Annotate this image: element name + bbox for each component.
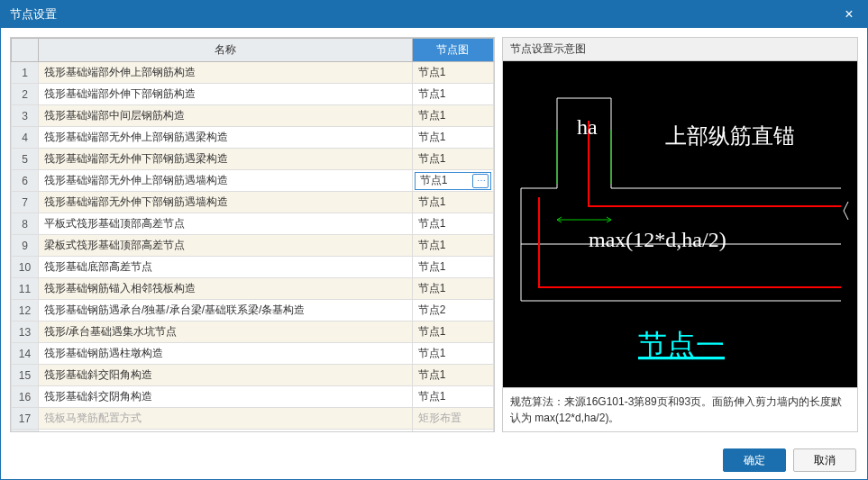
cell-name[interactable]: 筏板拉筋配置方式: [39, 430, 413, 433]
row-number: 9: [12, 235, 39, 257]
table-row[interactable]: 8平板式筏形基础顶部高差节点节点1: [12, 213, 494, 235]
dialog-footer: 确定 取消: [1, 441, 867, 479]
row-number: 6: [12, 170, 39, 192]
diagram-canvas: ha 上部纵筋直锚 max(12*d,ha/2) 节点一: [503, 61, 857, 387]
cell-name[interactable]: 平板式筏形基础顶部高差节点: [39, 213, 413, 235]
more-icon[interactable]: ⋯: [472, 174, 489, 188]
cell-name[interactable]: 筏形基础底部高差节点: [39, 257, 413, 278]
cell-editor-value: 节点1: [417, 173, 472, 188]
table-row[interactable]: 3筏形基础端部中间层钢筋构造节点1: [12, 105, 494, 127]
header-node[interactable]: 节点图: [412, 39, 493, 62]
diagram-label-formula: max(12*d,ha/2): [589, 228, 726, 251]
diagram-label-top: 上部纵筋直锚: [665, 124, 795, 148]
table-row[interactable]: 4筏形基础端部无外伸上部钢筋遇梁构造节点1: [12, 127, 494, 149]
row-number: 4: [12, 127, 39, 149]
table-row[interactable]: 5筏形基础端部无外伸下部钢筋遇梁构造节点1: [12, 149, 494, 170]
row-number: 12: [12, 300, 39, 322]
cell-name[interactable]: 筏板马凳筋配置方式: [39, 408, 413, 430]
header-name: 名称: [39, 39, 413, 62]
content-area: 名称 节点图 1筏形基础端部外伸上部钢筋构造节点12筏形基础端部外伸下部钢筋构造…: [1, 28, 867, 441]
table-row[interactable]: 1筏形基础端部外伸上部钢筋构造节点1: [12, 62, 494, 84]
diagram-label-title: 节点一: [638, 329, 725, 361]
table-row[interactable]: 6筏形基础端部无外伸上部钢筋遇墙构造节点1⋯: [12, 170, 494, 192]
cell-node[interactable]: 节点1: [412, 149, 493, 170]
grid-header-row: 名称 节点图: [12, 39, 494, 62]
cell-name[interactable]: 筏形基础端部无外伸上部钢筋遇墙构造: [39, 170, 413, 192]
row-number: 14: [12, 343, 39, 365]
cell-node[interactable]: 节点1: [412, 84, 493, 105]
row-number: 5: [12, 149, 39, 170]
cell-node[interactable]: 节点1: [412, 365, 493, 386]
cell-node[interactable]: 节点1: [412, 322, 493, 343]
cell-name[interactable]: 筏形基础斜交阳角构造: [39, 365, 413, 386]
cell-node[interactable]: 节点1: [412, 213, 493, 235]
cell-name[interactable]: 筏形基础端部无外伸上部钢筋遇梁构造: [39, 127, 413, 149]
table-row[interactable]: 18筏板拉筋配置方式矩形布置: [12, 430, 494, 433]
cell-node[interactable]: 节点1: [412, 257, 493, 278]
row-number: 11: [12, 278, 39, 300]
preview-panel: 节点设置示意图: [502, 37, 858, 432]
table-row[interactable]: 7筏形基础端部无外伸下部钢筋遇墙构造节点1: [12, 192, 494, 213]
row-number: 7: [12, 192, 39, 213]
cell-name[interactable]: 筏形基础端部中间层钢筋构造: [39, 105, 413, 127]
cell-node[interactable]: 节点1: [412, 278, 493, 300]
titlebar: 节点设置 ×: [1, 1, 867, 28]
cell-name[interactable]: 筏形基础端部无外伸下部钢筋遇梁构造: [39, 149, 413, 170]
ok-button[interactable]: 确定: [723, 448, 786, 472]
row-number: 18: [12, 430, 39, 433]
cell-node[interactable]: 节点1: [412, 192, 493, 213]
row-number: 17: [12, 408, 39, 430]
dialog: 节点设置 × 名称 节点图 1筏形基础端部外伸上部钢筋构造节点12筏形基础端部外…: [0, 0, 868, 480]
cell-node[interactable]: 节点1: [412, 343, 493, 365]
row-number: 8: [12, 213, 39, 235]
cell-editor[interactable]: 节点1⋯: [415, 172, 491, 190]
row-number: 16: [12, 386, 39, 408]
cell-node[interactable]: 节点1: [412, 105, 493, 127]
cell-name[interactable]: 筏形基础斜交阴角构造: [39, 386, 413, 408]
cell-name[interactable]: 筏形基础端部外伸下部钢筋构造: [39, 84, 413, 105]
table-row[interactable]: 9梁板式筏形基础顶部高差节点节点1: [12, 235, 494, 257]
cell-name[interactable]: 筏形基础钢筋遇柱墩构造: [39, 343, 413, 365]
cell-node[interactable]: 矩形布置: [412, 408, 493, 430]
cell-node[interactable]: 节点1: [412, 386, 493, 408]
table-row[interactable]: 11筏形基础钢筋锚入相邻筏板构造节点1: [12, 278, 494, 300]
cell-name[interactable]: 筏形/承台基础遇集水坑节点: [39, 322, 413, 343]
header-rownum: [12, 39, 39, 62]
table-row[interactable]: 10筏形基础底部高差节点节点1: [12, 257, 494, 278]
cell-node[interactable]: 节点1: [412, 62, 493, 84]
cell-name[interactable]: 筏形基础端部无外伸下部钢筋遇墙构造: [39, 192, 413, 213]
cell-name[interactable]: 筏形基础钢筋锚入相邻筏板构造: [39, 278, 413, 300]
row-number: 10: [12, 257, 39, 278]
cell-node[interactable]: 节点1⋯: [412, 170, 493, 192]
row-number: 2: [12, 84, 39, 105]
diagram-label-ha: ha: [577, 115, 598, 139]
preview-header: 节点设置示意图: [503, 38, 857, 61]
table-row[interactable]: 12筏形基础钢筋遇承台/独基/承台梁/基础联系梁/条基构造节点2: [12, 300, 494, 322]
cell-node[interactable]: 节点1: [412, 235, 493, 257]
table-row[interactable]: 15筏形基础斜交阳角构造节点1: [12, 365, 494, 386]
grid-panel: 名称 节点图 1筏形基础端部外伸上部钢筋构造节点12筏形基础端部外伸下部钢筋构造…: [10, 37, 495, 432]
table-row[interactable]: 14筏形基础钢筋遇柱墩构造节点1: [12, 343, 494, 365]
table-row[interactable]: 2筏形基础端部外伸下部钢筋构造节点1: [12, 84, 494, 105]
cell-node[interactable]: 矩形布置: [412, 430, 493, 433]
table-row[interactable]: 16筏形基础斜交阴角构造节点1: [12, 386, 494, 408]
diagram-description: 规范算法：来源16G101-3第89页和93页。面筋伸入剪力墙内的长度默认为 m…: [503, 387, 857, 431]
diagram-svg: ha 上部纵筋直锚 max(12*d,ha/2) 节点一: [503, 61, 857, 387]
cell-node[interactable]: 节点2: [412, 300, 493, 322]
cell-name[interactable]: 筏形基础端部外伸上部钢筋构造: [39, 62, 413, 84]
table-row[interactable]: 17筏板马凳筋配置方式矩形布置: [12, 408, 494, 430]
cell-node[interactable]: 节点1: [412, 127, 493, 149]
row-number: 1: [12, 62, 39, 84]
table-row[interactable]: 13筏形/承台基础遇集水坑节点节点1: [12, 322, 494, 343]
row-number: 3: [12, 105, 39, 127]
close-icon[interactable]: ×: [840, 5, 858, 23]
cell-name[interactable]: 筏形基础钢筋遇承台/独基/承台梁/基础联系梁/条基构造: [39, 300, 413, 322]
cell-name[interactable]: 梁板式筏形基础顶部高差节点: [39, 235, 413, 257]
dialog-title: 节点设置: [10, 6, 840, 23]
node-grid: 名称 节点图 1筏形基础端部外伸上部钢筋构造节点12筏形基础端部外伸下部钢筋构造…: [11, 38, 494, 432]
row-number: 15: [12, 365, 39, 386]
cancel-button[interactable]: 取消: [793, 448, 856, 472]
row-number: 13: [12, 322, 39, 343]
